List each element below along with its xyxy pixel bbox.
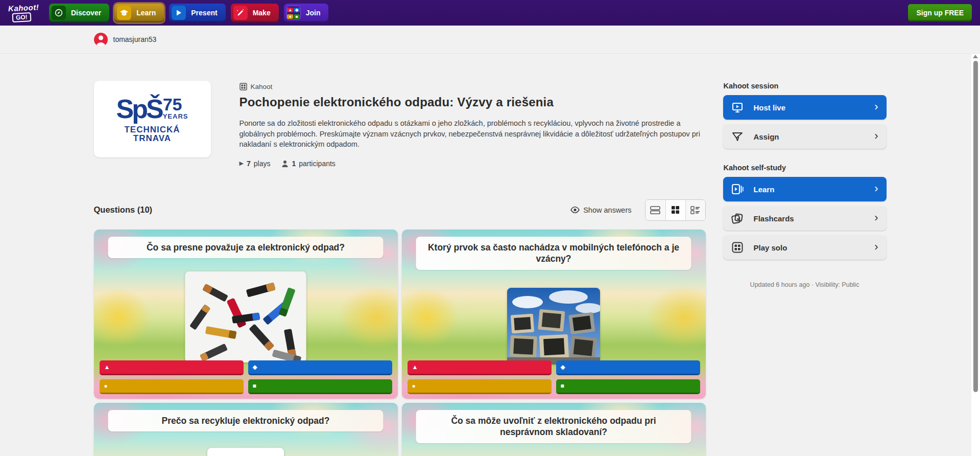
participants-stat: 1participants xyxy=(281,159,335,168)
action-sidebar: Kahoot session Host live › Assign › Kaho… xyxy=(723,81,887,456)
learn-button[interactable]: Learn › xyxy=(723,177,887,201)
school-name-line2: TRNAVA xyxy=(116,134,188,143)
circle-shape-icon: ● xyxy=(104,382,108,390)
flashcards-button[interactable]: Flashcards › xyxy=(723,206,887,231)
square-shape-icon: ■ xyxy=(253,382,256,390)
question-cards-grid: Čo sa presne považuje za elektronický od… xyxy=(94,230,706,456)
plays-stat: ▶ 7plays xyxy=(240,159,271,168)
chevron-right-icon: › xyxy=(874,212,878,223)
presentation-play-icon xyxy=(731,102,744,112)
nav-present-button[interactable]: Present xyxy=(169,4,225,22)
question-card-4[interactable]: Čo sa môže uvoľniť z elektronického odpa… xyxy=(402,403,706,456)
assign-label: Assign xyxy=(754,132,779,141)
school-monogram: SpŠ xyxy=(116,96,162,122)
answer-preview-bars: ▲◆●■ xyxy=(94,360,398,399)
answer-bar-square: ■ xyxy=(248,379,392,394)
graduation-cap-icon xyxy=(117,6,131,20)
questions-heading: Questions (10) xyxy=(94,205,153,215)
play-icon xyxy=(172,6,186,20)
question-4-title: Čo sa môže uvoľniť z elektronického odpa… xyxy=(416,410,691,444)
kahoot-go-logo[interactable]: Kahoot! GO! xyxy=(8,4,35,22)
quiz-stats: ▶ 7plays 1participants xyxy=(240,159,702,168)
answer-bar-triangle: ▲ xyxy=(408,360,552,375)
quiz-description: Ponorte sa do zložitosti elektronického … xyxy=(240,118,702,150)
answer-bar-diamond: ◆ xyxy=(248,360,392,375)
avatar[interactable] xyxy=(94,33,108,47)
question-card-2[interactable]: Ktorý prvok sa často nachádza v mobilnýc… xyxy=(402,230,706,399)
question-card-3[interactable]: Prečo sa recykluje elektronický odpad? ♻… xyxy=(94,403,398,456)
list-view-button[interactable] xyxy=(646,200,665,220)
square-shape-icon: ■ xyxy=(561,382,564,390)
batteries-image xyxy=(185,271,306,362)
quiz-thumbnail: SpŠ75YEARS TECHNICKÁ TRNAVA xyxy=(94,81,211,157)
monitor-pile-image xyxy=(507,288,600,364)
paper-plane-icon xyxy=(731,131,744,142)
page-scrollbar[interactable] xyxy=(971,54,980,456)
updated-visibility-meta: Updated 6 hours ago · Visibility: Public xyxy=(723,281,887,288)
top-navigation: Kahoot! GO! Discover Learn Present Make xyxy=(0,0,980,26)
session-heading: Kahoot session xyxy=(724,82,887,90)
username[interactable]: tomasjuran53 xyxy=(113,35,157,43)
answer-preview-bars: ▲◆●■ xyxy=(402,360,706,399)
chevron-right-icon: › xyxy=(874,183,878,194)
years-number: 75 xyxy=(163,96,188,113)
triangle-shape-icon: ▲ xyxy=(412,363,418,371)
content-type-label: Kahoot xyxy=(240,83,702,90)
nav-present-label: Present xyxy=(191,9,217,17)
grid-view-button[interactable] xyxy=(665,200,685,220)
chevron-right-icon: › xyxy=(874,130,878,142)
question-card-1[interactable]: Čo sa presne považuje za elektronický od… xyxy=(94,230,398,399)
nav-join-label: Join xyxy=(306,9,321,17)
assign-button[interactable]: Assign › xyxy=(723,124,887,149)
questions-toolbar: Questions (10) Show answers xyxy=(94,199,706,221)
flashcards-icon xyxy=(731,213,744,224)
nav-join-button[interactable]: ▲◆●■ Join xyxy=(284,4,329,22)
circle-shape-icon: ● xyxy=(412,382,416,390)
answer-bar-circle: ● xyxy=(100,379,244,394)
compact-view-button[interactable] xyxy=(685,200,705,220)
nav-make-button[interactable]: Make xyxy=(231,4,279,22)
play-solo-label: Play solo xyxy=(754,243,787,252)
user-bar: tomasjuran53 xyxy=(0,26,980,54)
chevron-right-icon: › xyxy=(874,241,878,253)
nav-make-label: Make xyxy=(253,9,271,17)
nav-learn-button[interactable]: Learn xyxy=(114,4,164,22)
recycle-symbol-image: ♻ xyxy=(207,448,284,456)
grid-view-icon xyxy=(671,206,680,214)
school-name-line1: TECHNICKÁ xyxy=(116,125,188,134)
host-live-button[interactable]: Host live › xyxy=(723,95,887,120)
learn-label: Learn xyxy=(754,185,775,194)
answer-bar-circle: ● xyxy=(408,379,552,394)
question-3-title: Prečo sa recykluje elektronický odpad? xyxy=(108,410,384,432)
play-solo-grid-icon xyxy=(731,242,744,253)
show-answers-toggle[interactable]: Show answers xyxy=(570,206,631,214)
play-solo-button[interactable]: Play solo › xyxy=(723,235,887,260)
scroll-up-arrow-icon[interactable] xyxy=(973,55,978,58)
answer-bar-square: ■ xyxy=(556,379,700,394)
chevron-right-icon: › xyxy=(874,101,878,112)
sign-up-free-button[interactable]: Sign up FREE xyxy=(908,4,972,21)
nav-discover-button[interactable]: Discover xyxy=(49,4,109,22)
quiz-header: SpŠ75YEARS TECHNICKÁ TRNAVA Kahoot Pocho… xyxy=(94,81,706,168)
question-2-title: Ktorý prvok sa často nachádza v mobilnýc… xyxy=(416,237,691,270)
compact-view-icon xyxy=(690,206,700,214)
host-live-label: Host live xyxy=(754,103,786,112)
page-title: Pochopenie elektronického odpadu: Výzvy … xyxy=(240,95,702,109)
play-count-icon: ▶ xyxy=(240,160,244,167)
eye-icon xyxy=(570,207,580,213)
diamond-shape-icon: ◆ xyxy=(253,363,257,371)
kahoot-grid-icon xyxy=(240,83,247,90)
selfstudy-heading: Kahoot self-study xyxy=(724,164,887,172)
diamond-shape-icon: ◆ xyxy=(561,363,565,371)
answer-bar-triangle: ▲ xyxy=(100,360,244,375)
view-toggle-group xyxy=(645,199,706,221)
scrollbar-thumb[interactable] xyxy=(973,61,978,392)
learn-card-play-icon xyxy=(731,184,744,194)
person-icon xyxy=(281,160,289,167)
triangle-shape-icon: ▲ xyxy=(104,363,110,371)
logo-kahoot-text: Kahoot! xyxy=(8,3,35,12)
magic-pencil-icon xyxy=(233,6,248,20)
years-label: YEARS xyxy=(163,113,188,120)
nav-learn-label: Learn xyxy=(136,9,156,17)
nav-buttons: Discover Learn Present Make ▲◆●■ Join xyxy=(49,4,328,22)
